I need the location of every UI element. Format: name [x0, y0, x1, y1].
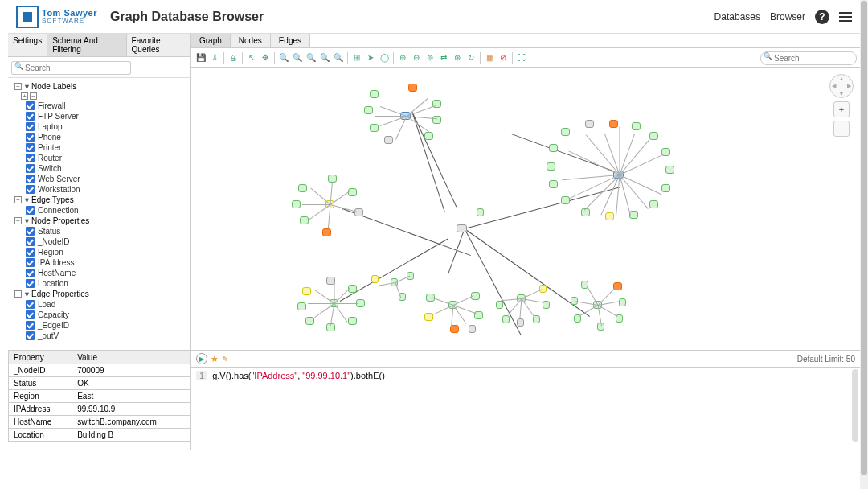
prop-header-value[interactable]: Value — [72, 351, 190, 364]
tree-item[interactable]: Laptop — [21, 121, 189, 132]
tree-item[interactable]: Firewall — [21, 101, 189, 111]
checkbox-checked-icon[interactable] — [26, 300, 35, 309]
checkbox-checked-icon[interactable] — [26, 248, 35, 257]
graph-canvas[interactable]: ▲▼▶◀ + − — [191, 68, 860, 350]
tree-item[interactable]: Status — [21, 226, 189, 236]
tree-item[interactable]: Region — [21, 247, 189, 257]
graph-node[interactable] — [370, 90, 379, 98]
tree-item[interactable]: Router — [21, 153, 189, 163]
graph-node[interactable] — [533, 315, 540, 323]
tree-item[interactable]: Web Server — [21, 174, 189, 184]
query-editor[interactable]: 1 g.V().has("IPAddress", "99.99.10.1").b… — [191, 368, 860, 450]
table-row[interactable]: StatusOK — [9, 377, 190, 390]
checkbox-checked-icon[interactable] — [26, 310, 35, 319]
graph-node[interactable] — [424, 132, 433, 140]
zoom-region-icon[interactable]: 🔍 — [318, 51, 331, 64]
graph-node[interactable] — [364, 106, 373, 114]
print-icon[interactable]: 🖨 — [227, 51, 240, 64]
graph-node[interactable] — [348, 317, 357, 325]
checkbox-checked-icon[interactable] — [26, 237, 35, 246]
chevron-down-icon[interactable]: ▼ — [23, 217, 31, 225]
checkbox-checked-icon[interactable] — [26, 321, 35, 330]
checkbox-checked-icon[interactable] — [26, 143, 35, 152]
graph-node[interactable] — [502, 315, 510, 323]
graph-node[interactable] — [322, 228, 331, 236]
tree-item[interactable]: Printer — [21, 142, 189, 153]
collapse-node-icon[interactable]: ⊖ — [410, 51, 423, 64]
tab-schema-filtering[interactable]: Schema And Filtering — [47, 34, 126, 56]
graph-node[interactable] — [549, 144, 558, 152]
delete-icon[interactable]: ⊘ — [497, 51, 510, 64]
table-row[interactable]: LocationBuilding B — [9, 429, 190, 442]
favorite-icon[interactable]: ★ — [211, 354, 219, 364]
wand-icon[interactable]: ✎ — [222, 355, 228, 364]
graph-node[interactable] — [348, 188, 357, 196]
checkbox-checked-icon[interactable] — [26, 154, 35, 162]
graph-node[interactable] — [371, 275, 379, 283]
tree-group-node-labels[interactable]: − ▼ Node Labels — [10, 81, 189, 92]
collapse-icon[interactable]: − — [14, 217, 22, 224]
graph-node-hub[interactable] — [457, 224, 467, 232]
checkbox-checked-icon[interactable] — [26, 185, 35, 194]
tree-group-node-properties[interactable]: − ▼ Node Properties — [10, 216, 189, 226]
graph-node[interactable] — [619, 298, 626, 306]
table-row[interactable]: HostNameswitchB.company.com — [9, 416, 190, 429]
page-scrollbar[interactable] — [860, 0, 868, 489]
chevron-down-icon[interactable]: ▼ — [23, 196, 31, 204]
expand-icon[interactable]: + — [21, 92, 28, 100]
chevron-down-icon[interactable]: ▼ — [23, 83, 31, 91]
checkbox-checked-icon[interactable] — [26, 101, 35, 110]
tree-item[interactable]: FTP Server — [21, 111, 189, 121]
graph-node[interactable] — [665, 166, 674, 174]
export-icon[interactable]: ⇩ — [208, 51, 221, 64]
graph-node[interactable] — [609, 120, 618, 128]
cursor-icon[interactable]: ➤ — [364, 51, 377, 64]
zoom-in-icon[interactable]: 🔍 — [277, 51, 290, 64]
settings-icon[interactable]: ⛶ — [515, 51, 528, 64]
graph-node[interactable] — [298, 184, 307, 192]
pan-icon[interactable]: ✥ — [259, 51, 272, 64]
graph-node[interactable] — [649, 200, 658, 208]
graph-node[interactable] — [632, 122, 641, 130]
tree-item[interactable]: IPAddress — [21, 257, 189, 268]
zoom-reset-icon[interactable]: 🔍 — [332, 51, 345, 64]
graph-node[interactable] — [517, 318, 524, 327]
graph-node[interactable] — [292, 200, 301, 208]
filter-icon[interactable]: ⊛ — [451, 51, 464, 64]
tab-nodes[interactable]: Nodes — [231, 34, 271, 47]
checkbox-checked-icon[interactable] — [26, 122, 35, 131]
scrollbar-thumb[interactable] — [861, 1, 867, 475]
tree-expand-row[interactable]: + − — [10, 92, 189, 101]
compass-icon[interactable]: ▲▼▶◀ — [829, 74, 854, 98]
graph-node[interactable] — [496, 301, 503, 309]
schema-search-input[interactable] — [11, 61, 131, 75]
tree-item[interactable]: Connection — [21, 205, 189, 216]
graph-node[interactable] — [605, 212, 614, 220]
tree-item[interactable]: _EdgeID — [21, 320, 189, 331]
graph-node[interactable] — [661, 184, 670, 192]
tree-item[interactable]: Switch — [21, 163, 189, 174]
checkbox-checked-icon[interactable] — [26, 279, 35, 288]
tree-group-edge-types[interactable]: − ▼ Edge Types — [10, 195, 189, 205]
collapse-icon[interactable]: − — [14, 83, 22, 90]
checkbox-checked-icon[interactable] — [26, 206, 35, 215]
tab-favorite-queries[interactable]: Favorite Queries — [127, 34, 190, 56]
pointer-icon[interactable]: ↖ — [245, 51, 258, 64]
checkbox-checked-icon[interactable] — [26, 133, 35, 142]
graph-node[interactable] — [477, 208, 484, 216]
checkbox-checked-icon[interactable] — [26, 175, 35, 183]
checkbox-checked-icon[interactable] — [26, 227, 35, 236]
tree-group-edge-properties[interactable]: − ▼ Edge Properties — [10, 289, 189, 299]
graph-node[interactable] — [328, 175, 337, 183]
zoom-in-button[interactable]: + — [833, 101, 850, 117]
graph-node[interactable] — [354, 208, 363, 216]
tree-item[interactable]: Phone — [21, 132, 189, 142]
graph-node[interactable] — [547, 162, 555, 171]
save-icon[interactable]: 💾 — [194, 51, 207, 64]
refresh-icon[interactable]: ↻ — [465, 51, 477, 64]
zoom-out-button[interactable]: − — [833, 121, 850, 137]
layout-circular-icon[interactable]: ◯ — [378, 51, 391, 64]
chevron-down-icon[interactable]: ▼ — [23, 290, 31, 298]
query-scrollbar[interactable] — [852, 369, 858, 442]
graph-node[interactable] — [297, 302, 306, 310]
